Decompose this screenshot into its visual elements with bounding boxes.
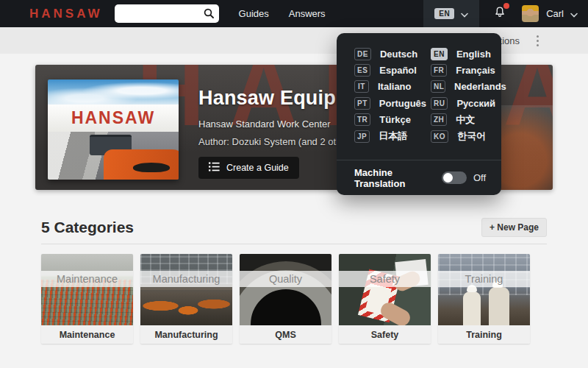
top-nav: HANSAW Guides Answers EN Carl: [0, 0, 588, 27]
card-label: Maintenance: [41, 325, 133, 344]
nav-link-guides[interactable]: Guides: [239, 8, 269, 19]
notifications-button[interactable]: [493, 5, 506, 22]
brand-logo[interactable]: HANSAW: [29, 7, 103, 21]
card-banner: Safety: [339, 271, 431, 287]
card-label: Manufacturing: [140, 325, 232, 344]
language-code-badge: JP: [354, 130, 370, 143]
category-card-safety[interactable]: Safety Safety: [339, 254, 431, 344]
category-card-maintenance[interactable]: Maintenance Maintenance: [41, 254, 133, 344]
language-code-badge: EN: [434, 8, 454, 19]
safety-image: Safety: [339, 254, 431, 325]
card-banner: Maintenance: [41, 271, 133, 287]
machine-translation-toggle[interactable]: [442, 171, 467, 184]
language-item-jp[interactable]: JP 日本語: [354, 128, 431, 144]
language-item-zh[interactable]: ZH 中文: [431, 112, 501, 128]
create-guide-label: Create a Guide: [226, 163, 289, 173]
quality-image: Quality: [240, 254, 331, 325]
language-code-badge: DE: [354, 48, 371, 60]
language-code-badge: EN: [431, 48, 448, 60]
hero-thumbnail[interactable]: HANSAW: [48, 79, 179, 180]
new-page-button[interactable]: + New Page: [481, 218, 547, 237]
category-card-training[interactable]: Training Training: [438, 254, 530, 344]
card-label: Training: [438, 325, 530, 344]
language-code-badge: IT: [354, 80, 369, 93]
language-item-en[interactable]: EN English: [431, 46, 501, 62]
language-item-fr[interactable]: FR Français: [431, 62, 501, 78]
card-banner: Training: [438, 271, 530, 287]
thumbnail-excavator-image: [48, 132, 179, 180]
card-banner: Quality: [240, 271, 331, 287]
language-code-badge: ZH: [431, 113, 447, 126]
avatar[interactable]: [522, 5, 539, 22]
language-code-badge: NL: [431, 80, 445, 93]
categories-section: 5 Categories + New Page Maintenance Main…: [41, 218, 547, 344]
manufacturing-image: Manufacturing: [140, 254, 232, 325]
language-code-badge: KO: [431, 130, 448, 143]
language-item-pt[interactable]: PT Português: [354, 95, 431, 111]
divider: [41, 244, 547, 244]
maintenance-image: Maintenance: [41, 254, 133, 325]
machine-translation-state: Off: [473, 172, 486, 183]
language-code-badge: RU: [431, 97, 448, 110]
machine-translation-label: Machine Translation: [354, 167, 442, 189]
categories-heading: 5 Categories: [41, 219, 134, 236]
language-item-de[interactable]: DE Deutsch: [354, 46, 431, 62]
language-code-badge: TR: [354, 113, 370, 126]
nav-link-answers[interactable]: Answers: [289, 8, 326, 19]
language-item-ko[interactable]: KO 한국어: [431, 128, 501, 144]
card-banner: Manufacturing: [140, 271, 232, 287]
language-dropdown: DE Deutsch EN English ES Español FR Fran…: [337, 33, 501, 195]
thumbnail-brand-text: HANSAW: [48, 105, 179, 132]
search-box: [115, 4, 219, 23]
bell-icon: [493, 9, 506, 21]
kebab-menu-icon[interactable]: [534, 33, 541, 49]
category-card-qms[interactable]: Quality QMS: [240, 254, 331, 344]
search-icon[interactable]: [203, 7, 215, 22]
machine-translation-row: Machine Translation Off: [337, 160, 501, 195]
card-label: Safety: [339, 325, 431, 344]
user-menu-chevron-icon[interactable]: [570, 7, 578, 21]
create-guide-button[interactable]: Create a Guide: [198, 157, 299, 179]
card-label: QMS: [240, 325, 331, 344]
category-card-manufacturing[interactable]: Manufacturing Manufacturing: [140, 254, 232, 344]
language-grid: DE Deutsch EN English ES Español FR Fran…: [337, 33, 501, 144]
language-menu-button[interactable]: EN: [423, 0, 479, 27]
notification-dot: [503, 3, 509, 9]
language-item-nl[interactable]: NL Nederlands: [431, 79, 501, 95]
chevron-down-icon: [461, 7, 468, 21]
language-item-it[interactable]: IT Italiano: [354, 79, 431, 95]
language-item-ru[interactable]: RU Русский: [431, 95, 501, 111]
language-item-tr[interactable]: TR Türkçe: [354, 112, 431, 128]
language-code-badge: ES: [354, 64, 370, 77]
language-code-badge: FR: [431, 64, 447, 77]
language-item-es[interactable]: ES Español: [354, 62, 431, 78]
user-name[interactable]: Carl: [546, 8, 564, 19]
thumbnail-sky: [48, 79, 179, 105]
language-code-badge: PT: [354, 97, 370, 110]
category-card-row: Maintenance Maintenance Manufacturing Ma…: [41, 254, 547, 344]
guide-list-icon: [209, 162, 220, 174]
training-image: Training: [438, 254, 530, 325]
